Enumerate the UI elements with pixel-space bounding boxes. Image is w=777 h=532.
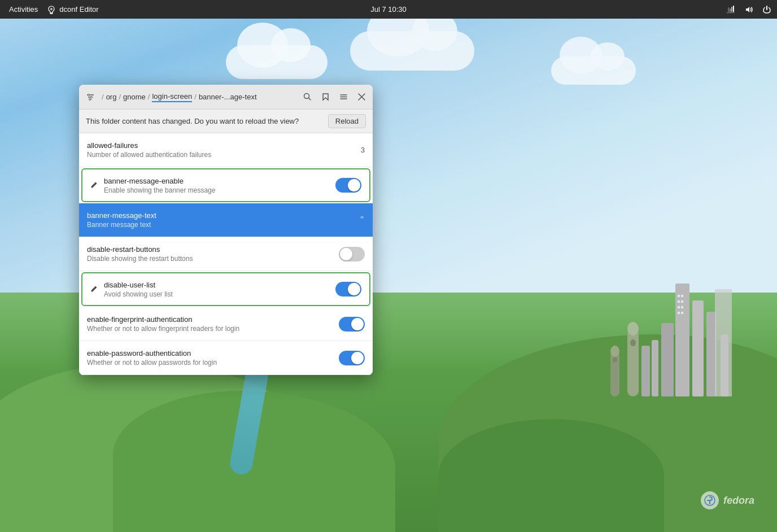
item-text-disable-user-list: disable-user-list Avoid showing user lis… bbox=[104, 281, 335, 298]
power-icon[interactable] bbox=[761, 4, 772, 15]
toggle-thumb-fingerprint bbox=[351, 318, 364, 330]
toggle-thumb-password bbox=[351, 352, 364, 364]
breadcrumb: / org / gnome / login-screen / banner-..… bbox=[101, 92, 297, 102]
dconf-app-icon bbox=[47, 5, 56, 14]
toggle-banner-enable[interactable] bbox=[335, 178, 361, 193]
notification-message: This folder content has changed. Do you … bbox=[86, 117, 299, 125]
svg-rect-12 bbox=[678, 306, 680, 308]
svg-rect-25 bbox=[730, 8, 731, 12]
svg-marker-29 bbox=[746, 7, 749, 12]
svg-rect-11 bbox=[681, 300, 683, 303]
list-item-banner-message-enable[interactable]: banner-message-enable Enable showing the… bbox=[81, 168, 370, 202]
item-name-banner-text: banner-message-text bbox=[87, 211, 360, 220]
list-item-allowed-failures[interactable]: allowed-failures Number of allowed authe… bbox=[79, 133, 373, 167]
svg-rect-13 bbox=[681, 306, 683, 308]
breadcrumb-org[interactable]: org bbox=[106, 93, 117, 101]
toggle-track-on-password bbox=[339, 351, 365, 365]
filter-button[interactable] bbox=[82, 89, 98, 105]
toggle-fingerprint[interactable] bbox=[339, 317, 365, 332]
breadcrumb-banner-text[interactable]: banner-...age-text bbox=[199, 93, 257, 101]
standing-stones bbox=[506, 255, 732, 453]
toggle-password[interactable] bbox=[339, 351, 365, 365]
breadcrumb-login-screen[interactable]: login-screen bbox=[152, 92, 192, 102]
svg-point-19 bbox=[610, 346, 619, 357]
svg-marker-38 bbox=[323, 94, 328, 100]
list-item-enable-password[interactable]: enable-password-authentication Whether o… bbox=[79, 341, 373, 375]
toggle-track-off-restart bbox=[339, 247, 365, 261]
svg-line-37 bbox=[308, 98, 311, 101]
topbar-right bbox=[725, 4, 772, 15]
item-desc-allowed-failures: Number of allowed authentication failure… bbox=[87, 151, 355, 159]
dconf-window: / org / gnome / login-screen / banner-..… bbox=[79, 85, 373, 375]
item-name-fingerprint: enable-fingerprint-authentication bbox=[87, 315, 339, 324]
svg-rect-26 bbox=[731, 7, 732, 12]
reload-button[interactable]: Reload bbox=[328, 114, 366, 128]
topbar-datetime: Jul 7 10:30 bbox=[370, 5, 407, 14]
item-dots-banner-text: " bbox=[360, 215, 365, 225]
svg-rect-3 bbox=[661, 323, 674, 396]
item-desc-password: Whether or not to allow passwords for lo… bbox=[87, 359, 339, 367]
toggle-thumb-userlist bbox=[348, 283, 360, 295]
topbar-left: Activities dconf Editor bbox=[5, 5, 99, 14]
cloud-2 bbox=[350, 31, 474, 71]
breadcrumb-sep-1: / bbox=[119, 93, 121, 101]
activities-button[interactable]: Activities bbox=[5, 5, 42, 14]
menu-button[interactable] bbox=[335, 89, 351, 105]
list-item-banner-message-text[interactable]: banner-message-text Banner message text … bbox=[79, 203, 373, 237]
breadcrumb-sep-3: / bbox=[194, 93, 197, 101]
fedora-logo: fedora bbox=[701, 491, 754, 509]
svg-rect-9 bbox=[681, 295, 683, 297]
volume-icon[interactable] bbox=[743, 4, 754, 15]
item-text-disable-restart: disable-restart-buttons Disable showing … bbox=[87, 245, 339, 263]
cloud-3 bbox=[551, 56, 636, 85]
window-titlebar: / org / gnome / login-screen / banner-..… bbox=[79, 85, 373, 110]
fedora-label: fedora bbox=[723, 495, 754, 507]
settings-list: allowed-failures Number of allowed authe… bbox=[79, 133, 373, 375]
item-name-password: enable-password-authentication bbox=[87, 349, 339, 357]
bookmark-button[interactable] bbox=[317, 89, 333, 105]
item-desc-banner-text: Banner message text bbox=[87, 221, 360, 229]
item-name-banner-enable: banner-message-enable bbox=[104, 177, 335, 185]
svg-point-35 bbox=[89, 98, 91, 100]
item-text-password: enable-password-authentication Whether o… bbox=[87, 349, 339, 367]
item-desc-banner-enable: Enable showing the banner message bbox=[104, 186, 335, 194]
list-item-disable-user-list[interactable]: disable-user-list Avoid showing user lis… bbox=[81, 272, 370, 306]
close-button[interactable] bbox=[353, 89, 369, 105]
svg-rect-16 bbox=[627, 329, 639, 396]
list-item-enable-fingerprint[interactable]: enable-fingerprint-authentication Whethe… bbox=[79, 307, 373, 341]
toggle-track-on-userlist bbox=[335, 282, 361, 296]
svg-point-21 bbox=[613, 357, 617, 363]
svg-rect-24 bbox=[728, 7, 729, 12]
svg-rect-15 bbox=[681, 312, 683, 314]
search-button[interactable] bbox=[299, 89, 315, 105]
svg-point-23 bbox=[50, 8, 53, 10]
app-name-label: dconf Editor bbox=[59, 5, 98, 14]
item-text-banner-text: banner-message-text Banner message text bbox=[87, 211, 360, 229]
network-icon[interactable] bbox=[725, 4, 736, 15]
svg-point-17 bbox=[627, 322, 639, 335]
item-name-allowed-failures: allowed-failures bbox=[87, 141, 355, 150]
svg-point-20 bbox=[630, 339, 636, 346]
item-desc-fingerprint: Whether or not to allow fingerprint read… bbox=[87, 325, 339, 333]
breadcrumb-sep-0: / bbox=[102, 93, 104, 101]
item-name-disable-user-list: disable-user-list bbox=[104, 281, 335, 289]
item-value-allowed-failures: 3 bbox=[361, 146, 365, 154]
topbar: Activities dconf Editor Jul 7 10:30 bbox=[0, 0, 777, 19]
toggle-thumb-restart bbox=[340, 248, 352, 260]
toggle-disable-user-list[interactable] bbox=[335, 282, 361, 296]
notification-bar: This folder content has changed. Do you … bbox=[79, 110, 373, 133]
svg-rect-14 bbox=[678, 312, 680, 314]
item-desc-disable-restart: Disable showing the restart buttons bbox=[87, 255, 339, 263]
breadcrumb-gnome[interactable]: gnome bbox=[123, 93, 146, 101]
toggle-disable-restart[interactable] bbox=[339, 247, 365, 261]
item-desc-disable-user-list: Avoid showing user list bbox=[104, 290, 335, 298]
edit-icon-banner-enable bbox=[90, 181, 98, 190]
svg-rect-27 bbox=[733, 6, 734, 12]
svg-rect-7 bbox=[715, 289, 732, 396]
list-item-disable-restart-buttons[interactable]: disable-restart-buttons Disable showing … bbox=[79, 237, 373, 271]
toggle-track-on-fingerprint bbox=[339, 317, 365, 332]
svg-rect-5 bbox=[652, 340, 658, 396]
svg-rect-28 bbox=[727, 12, 735, 13]
svg-rect-4 bbox=[641, 346, 650, 396]
item-text-fingerprint: enable-fingerprint-authentication Whethe… bbox=[87, 315, 339, 333]
